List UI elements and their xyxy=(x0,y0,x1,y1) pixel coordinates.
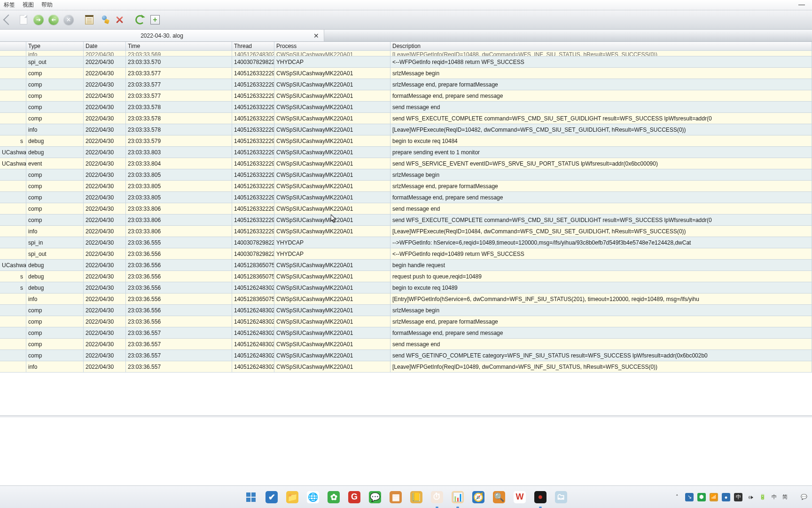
table-row[interactable]: info2022/04/3023:03:33.80614051263322291… xyxy=(0,226,812,237)
taskbar-app-wechat[interactable]: 💬 xyxy=(367,489,383,505)
taskbar-app-app1[interactable]: ▦ xyxy=(388,489,404,505)
tray-chevron-icon[interactable]: ˄ xyxy=(673,493,681,501)
cell-date: 2022/04/30 xyxy=(84,294,126,305)
col-time[interactable]: Time xyxy=(126,42,232,50)
taskbar-app-notes[interactable]: 📒 xyxy=(408,489,424,505)
tray-t4-icon[interactable]: ● xyxy=(722,493,730,501)
taskbar-app-edge[interactable]: 🌐 xyxy=(305,489,321,505)
toolbar-delete-icon[interactable] xyxy=(113,13,126,26)
menu-view[interactable]: 视图 xyxy=(19,1,38,9)
toolbar-nav-back-icon[interactable]: ➔ xyxy=(47,13,60,26)
table-row[interactable]: info2022/04/3023:03:33.57814051263322291… xyxy=(0,124,812,135)
toolbar-new-doc-icon[interactable] xyxy=(17,13,30,26)
table-row[interactable]: info2022/04/3023:03:36.55714051262483020… xyxy=(0,361,812,373)
cell-type: comp xyxy=(26,181,84,192)
cell-prefix xyxy=(0,350,26,361)
window-minimize[interactable] xyxy=(791,0,812,10)
table-row[interactable]: comp2022/04/3023:03:36.55614051262483020… xyxy=(0,316,812,327)
tray-notifications-icon[interactable]: 💬 xyxy=(800,493,808,501)
taskbar-app-shield[interactable]: ✔ xyxy=(264,489,280,505)
col-type[interactable]: Type xyxy=(26,42,84,50)
taskbar-app-explorer2[interactable]: 🗂 xyxy=(553,489,569,505)
cell-description: send WFS_EXECUTE_COMPLETE command=WFS_CM… xyxy=(390,214,812,226)
taskbar-app-start[interactable] xyxy=(243,489,259,505)
explorer2-icon: 🗂 xyxy=(555,491,567,503)
table-row[interactable]: comp2022/04/3023:03:33.57714051263322291… xyxy=(0,90,812,102)
table-row[interactable]: sdebug2022/04/3023:03:33.579140512633222… xyxy=(0,135,812,147)
table-row[interactable]: comp2022/04/3023:03:33.80614051263322291… xyxy=(0,214,812,226)
toolbar-reload-icon[interactable] xyxy=(133,13,147,26)
table-row[interactable]: comp2022/04/3023:03:33.80514051263322291… xyxy=(0,169,812,181)
table-row[interactable]: comp2022/04/3023:03:33.57814051263322291… xyxy=(0,113,812,124)
toolbar-user-icon[interactable] xyxy=(98,13,111,26)
tray-t3-icon[interactable]: 📶 xyxy=(710,493,718,501)
tray-t1-icon[interactable]: ↘ xyxy=(685,493,694,501)
taskbar-app-everything[interactable]: 🔍 xyxy=(491,489,507,505)
cell-time: 23:03:36.557 xyxy=(126,361,232,373)
cell-thread: 140512624830208 xyxy=(232,361,274,373)
taskbar-app-wps[interactable]: W xyxy=(512,489,528,505)
toolbar-nav-forward-icon[interactable]: ➔ xyxy=(32,13,45,26)
taskbar-app-wechat-work[interactable]: ✿ xyxy=(326,489,342,505)
table-row[interactable]: UCashwa...event2022/04/3023:03:33.804140… xyxy=(0,158,812,169)
col-hidden[interactable] xyxy=(0,42,26,50)
taskbar-app-rec[interactable]: ● xyxy=(532,489,548,505)
table-row[interactable]: sdebug2022/04/3023:03:36.556140512836507… xyxy=(0,271,812,282)
toolbar-clipboard-icon[interactable] xyxy=(83,13,96,26)
table-row[interactable]: comp2022/04/3023:03:33.80514051263322291… xyxy=(0,192,812,203)
table-row[interactable]: comp2022/04/3023:03:33.57714051263322291… xyxy=(0,79,812,90)
cell-process: CWSpSIUCashwayMK220A01 xyxy=(274,158,390,169)
table-row[interactable]: sdebug2022/04/3023:03:36.556140512624830… xyxy=(0,282,812,294)
table-row[interactable]: comp2022/04/3023:03:33.57714051263322291… xyxy=(0,68,812,79)
cell-time: 23:03:33.570 xyxy=(126,56,232,68)
tray-t5-icon[interactable]: 中 xyxy=(734,493,742,501)
table-row[interactable]: spi_in2022/04/3023:03:36.555140030782982… xyxy=(0,237,812,248)
cell-thread: 140512633222912 xyxy=(232,147,274,158)
menu-bookmarks[interactable]: 标签 xyxy=(0,1,19,9)
toolbar-back-icon[interactable] xyxy=(2,13,15,26)
col-process[interactable]: Process xyxy=(274,42,390,50)
taskbar-app-clock[interactable]: ⏱ xyxy=(429,489,445,505)
cell-prefix xyxy=(0,226,26,237)
cell-time: 23:03:36.556 xyxy=(126,294,232,305)
table-row[interactable]: comp2022/04/3023:03:33.80614051263322291… xyxy=(0,203,812,214)
tray-t6-icon[interactable]: 🕪 xyxy=(746,493,755,501)
table-row[interactable]: UCashwa...debug2022/04/3023:03:36.556140… xyxy=(0,260,812,271)
cell-thread: 140512633222912 xyxy=(232,169,274,181)
table-row[interactable]: spi_out2022/04/3023:03:36.55614003078298… xyxy=(0,248,812,260)
table-row[interactable]: comp2022/04/3023:03:33.57814051263322291… xyxy=(0,102,812,113)
file-tab[interactable]: 2022-04-30. alog ✕ xyxy=(0,30,324,41)
tray-t7-icon[interactable]: 🔋 xyxy=(758,493,767,501)
ime-indicator[interactable]: 简 xyxy=(782,493,788,500)
cell-thread: 140512624830208 xyxy=(232,51,274,56)
table-row[interactable]: comp2022/04/3023:03:36.55714051262483020… xyxy=(0,350,812,361)
taskbar-app-logviewer[interactable]: 📊 xyxy=(450,489,466,505)
menu-help[interactable]: 帮助 xyxy=(38,1,56,9)
log-grid[interactable]: Type Date Time Thread Process Descriptio… xyxy=(0,42,812,415)
cell-date: 2022/04/30 xyxy=(84,124,126,135)
taskbar-app-files[interactable]: 📁 xyxy=(284,489,300,505)
table-row[interactable]: comp2022/04/3023:03:33.80514051263322291… xyxy=(0,181,812,192)
ime-indicator[interactable]: 中 xyxy=(772,493,777,500)
cell-time: 23:03:33.577 xyxy=(126,68,232,79)
table-row[interactable]: comp2022/04/3023:03:36.55714051262483020… xyxy=(0,339,812,350)
cell-process: CWSpSIUCashwayMK220A01 xyxy=(274,271,390,282)
table-row[interactable]: UCashwa...debug2022/04/3023:03:33.803140… xyxy=(0,147,812,158)
cell-prefix xyxy=(0,316,26,327)
table-row[interactable]: info2022/04/3023:03:36.55614051283650752… xyxy=(0,294,812,305)
taskbar-app-compass[interactable]: 🧭 xyxy=(470,489,486,505)
cell-time: 23:03:36.556 xyxy=(126,305,232,316)
cell-thread: 140512633222912 xyxy=(232,90,274,102)
toolbar-stop-icon[interactable]: ✕ xyxy=(62,13,75,26)
taskbar-app-wps-red[interactable]: G xyxy=(346,489,362,505)
table-row[interactable]: spi_out2022/04/3023:03:33.57014003078298… xyxy=(0,56,812,68)
table-row[interactable]: info2022/04/3023:03:33.56914051262483020… xyxy=(0,51,812,56)
close-tab-icon[interactable]: ✕ xyxy=(313,32,319,40)
col-description[interactable]: Description xyxy=(390,42,812,50)
table-row[interactable]: comp2022/04/3023:03:36.55714051262483020… xyxy=(0,327,812,339)
tray-t2-icon[interactable]: ⬢ xyxy=(697,493,706,501)
col-thread[interactable]: Thread xyxy=(232,42,274,50)
toolbar-add-icon[interactable]: + xyxy=(148,13,162,26)
col-date[interactable]: Date xyxy=(84,42,126,50)
table-row[interactable]: comp2022/04/3023:03:36.55614051262483020… xyxy=(0,305,812,316)
